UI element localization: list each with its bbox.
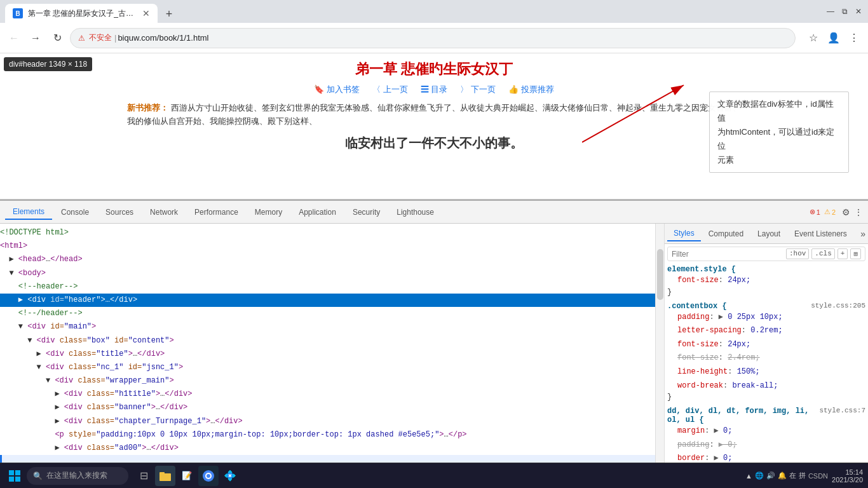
tab-console[interactable]: Console [53, 205, 97, 219]
dom-panel[interactable]: <!DOCTYPE html> <html> ▶ <head>…</head> … [0, 224, 656, 463]
word-break-prop[interactable]: word-break: break-all; [667, 379, 865, 393]
tab-sources[interactable]: Sources [98, 205, 141, 219]
settings-icon[interactable]: ⚙ [842, 207, 850, 217]
tab-close-button[interactable]: ✕ [142, 8, 150, 18]
tray-arrow-icon[interactable]: ▲ [745, 472, 752, 480]
tab-styles[interactable]: Styles [667, 226, 701, 241]
padding-strikethrough-prop[interactable]: padding: ▶ 0; [667, 438, 865, 452]
forward-button[interactable]: → [27, 29, 44, 47]
style-filter-bar[interactable]: :hov .cls + ⊞ [667, 247, 865, 261]
address-input[interactable]: ⚠ 不安全 | biquw.com/book/1/1.html [70, 28, 796, 48]
devtools: Elements Console Sources Network Perform… [0, 200, 868, 463]
vote-link[interactable]: 👍 投票推荐 [508, 84, 554, 95]
font-size-prop[interactable]: font-size: 24px; [667, 274, 865, 288]
chrome-icon [202, 470, 215, 482]
add-style-button[interactable]: + [837, 248, 848, 259]
font-size-prop-2[interactable]: font-size: 24px; [667, 338, 865, 352]
vertical-dots-icon[interactable]: ⋮ [854, 207, 863, 217]
devtools-tabs: Elements Console Sources Network Perform… [0, 201, 868, 224]
vscode-button[interactable]: 💠 [220, 466, 240, 486]
volume-icon[interactable]: 🔊 [766, 471, 775, 480]
security-warning-icon: ⚠ [78, 34, 85, 43]
svg-rect-2 [9, 470, 14, 475]
tab-lighthouse[interactable]: Lighthouse [389, 205, 442, 219]
new-tab-button[interactable]: + [160, 5, 178, 23]
tab-event-listeners[interactable]: Event Listeners [788, 227, 853, 241]
tab-layout[interactable]: Layout [751, 227, 787, 241]
element-style-selector: element.style { [667, 265, 865, 274]
file-explorer-button[interactable] [155, 466, 175, 486]
taskbar-search[interactable]: 🔍 在这里输入来搜索 [27, 467, 128, 485]
dom-line-selected[interactable]: ▶ <div id="header">…</div> [0, 294, 655, 307]
element-style-block: element.style { font-size: 24px; } [667, 265, 865, 297]
dom-line: <!DOCTYPE html> [0, 226, 655, 240]
dom-line: ▶ <div class="h1title">…</div> [0, 388, 655, 401]
minimize-button[interactable]: — [826, 7, 835, 16]
toc-link[interactable]: ☰ 目录 [421, 84, 448, 95]
bookmark-link[interactable]: 🔖 加入书签 [314, 84, 360, 95]
dom-line-htmlcontent[interactable]: ... <div id="htmlContent" class="content… [0, 455, 655, 463]
webpage-content: div#header 1349 × 118 弟一草 悲催旳生际女汉丁 🔖 加入书… [0, 53, 868, 200]
border-prop[interactable]: border: ▶ 0; [667, 452, 865, 463]
pinyin-icon[interactable]: 拼 [799, 471, 806, 480]
style-filter-input[interactable] [672, 250, 786, 259]
active-tab[interactable]: B 第一章 悲催的星际女汉子_古代... ✕ [5, 4, 158, 23]
windows-logo-icon [8, 470, 21, 482]
notification-icon[interactable]: 🔔 [778, 471, 787, 480]
rec-text: 西游从方寸山开始收徒、签到玄幻世界的我室无体验感、仙君你家鲤鱼飞升了、从收徒大典… [127, 103, 741, 126]
styles-content: :hov .cls + ⊞ element.style { font-size:… [665, 244, 868, 463]
dom-line: <p style="padding:10px 0 10px 10px;margi… [0, 428, 655, 442]
system-tray-icons: ▲ 🌐 🔊 🔔 在 拼 CSDN [745, 471, 828, 480]
letter-spacing-prop[interactable]: letter-spacing: 0.2rem; [667, 324, 865, 338]
chrome-button[interactable] [198, 466, 219, 486]
warn-badge: ⚠ 2 [824, 208, 836, 216]
padding-prop[interactable]: padding: ▶ 0 25px 10px; [667, 311, 865, 325]
styles-panel-container: Styles Computed Layout Event Listeners »… [665, 224, 868, 463]
tab-memory[interactable]: Memory [247, 205, 290, 219]
ime-icon[interactable]: 在 [789, 471, 796, 480]
tab-application[interactable]: Application [291, 205, 344, 219]
tab-elements[interactable]: Elements [5, 205, 52, 220]
clock[interactable]: 15:14 2021/3/20 [832, 468, 863, 484]
cls-filter-button[interactable]: .cls [811, 248, 834, 259]
dd-div-selector2: ol, ul { [667, 416, 865, 424]
dom-line: ▶ <div class="chapter_Turnpage_1">…</div… [0, 415, 655, 428]
page-navigation[interactable]: 🔖 加入书签 〈 上一页 ☰ 目录 〉 下一页 👍 投票推荐 [127, 84, 741, 95]
bookmark-star-button[interactable]: ☆ [804, 29, 822, 47]
start-button[interactable] [5, 466, 24, 485]
line-height-prop[interactable]: line-height: 150%; [667, 365, 865, 379]
font-size-strikethrough-prop[interactable]: font-size: 2.4rem; [667, 351, 865, 365]
dom-line: <html> [0, 240, 655, 253]
url-separator: | [114, 33, 116, 43]
expand-styles-button[interactable]: ⊞ [850, 248, 861, 259]
tab-security[interactable]: Security [345, 205, 388, 219]
taskview-button[interactable]: ⊟ [133, 466, 154, 486]
taskbar-right: ▲ 🌐 🔊 🔔 在 拼 CSDN 15:14 2021/3/20 [745, 468, 863, 484]
dom-scrollbar[interactable] [656, 224, 665, 463]
svg-rect-5 [15, 477, 20, 482]
dom-line: ▼ <div class="box" id="content"> [0, 334, 655, 348]
menu-button[interactable]: ⋮ [845, 29, 863, 47]
close-button[interactable]: ✕ [854, 7, 863, 16]
svg-rect-7 [159, 472, 165, 475]
reload-button[interactable]: ↻ [48, 29, 66, 47]
dom-line: ▶ <div class="title">…</div> [0, 348, 655, 361]
profile-button[interactable]: 👤 [825, 29, 843, 47]
prev-link[interactable]: 〈 上一页 [372, 84, 408, 95]
contentbox-selector: .contentbox { style.css:205 [667, 302, 865, 311]
back-button[interactable]: ← [5, 29, 23, 47]
margin-prop[interactable]: margin: ▶ 0; [667, 424, 865, 438]
next-link[interactable]: 〉 下一页 [460, 84, 496, 95]
tab-network[interactable]: Network [142, 205, 186, 219]
tab-bar: B 第一章 悲催的星际女汉子_古代... ✕ + [5, 0, 178, 23]
maximize-button[interactable]: ⧉ [840, 7, 849, 16]
element-style-close: } [667, 288, 865, 297]
right-tabs-more[interactable]: » [860, 229, 865, 239]
folder-icon [159, 470, 172, 482]
network-icon[interactable]: 🌐 [755, 471, 764, 480]
hov-filter-button[interactable]: :hov [786, 248, 809, 259]
editor-button[interactable]: 📝 [177, 466, 197, 486]
dom-line: ▼ <div id="main"> [0, 320, 655, 334]
tab-computed[interactable]: Computed [702, 227, 750, 241]
tab-performance[interactable]: Performance [187, 205, 246, 219]
